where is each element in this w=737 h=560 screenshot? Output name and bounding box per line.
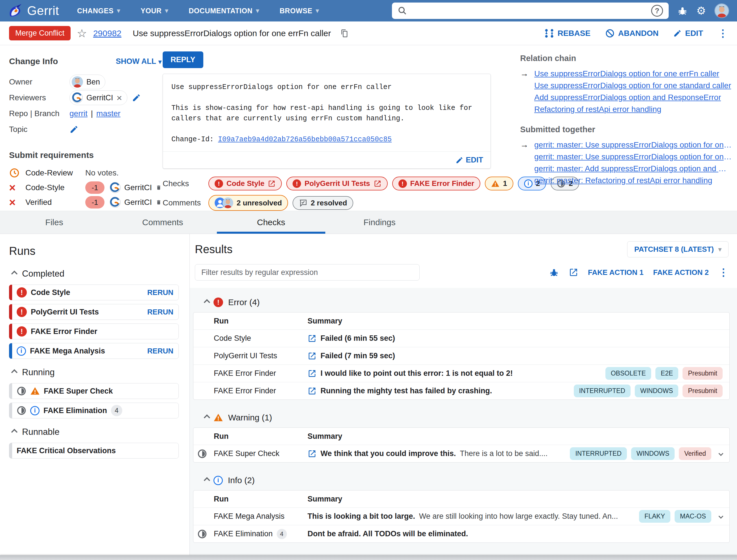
fake-action-1-button[interactable]: FAKE ACTION 1 <box>588 268 643 277</box>
section-header-error[interactable]: Error (4) <box>193 298 730 307</box>
delete-vote-icon[interactable] <box>156 183 162 192</box>
run-card-code-style[interactable]: Code Style RERUN <box>9 285 179 300</box>
gerrit-logo[interactable]: Gerrit <box>8 3 59 18</box>
remove-reviewer-icon[interactable] <box>117 93 122 103</box>
runs-panel: Runs Completed Code Style RERUN PolyGerr… <box>0 234 190 560</box>
change-id-line: Change-Id: I09a7aeb9a4d02ab726a56bebb00a… <box>171 134 482 145</box>
nav-menu-changes[interactable]: CHANGES <box>77 7 120 15</box>
more-menu-icon[interactable] <box>718 27 728 39</box>
edit-button[interactable]: EDIT <box>673 29 703 38</box>
reply-button[interactable]: REPLY <box>163 51 203 68</box>
tab-findings[interactable]: Findings <box>325 211 434 234</box>
runs-section-runnable[interactable]: Runnable <box>9 427 179 437</box>
nav-menu-your[interactable]: YOUR <box>141 7 168 15</box>
result-row[interactable]: FAKE Error Finder I would like to point … <box>194 364 729 382</box>
nav-menu-documentation[interactable]: DOCUMENTATION <box>189 7 259 15</box>
external-link-icon[interactable] <box>308 387 317 396</box>
result-row[interactable]: FAKE Elimination 4 Dont be afraid. All T… <box>194 525 729 542</box>
run-card-fake-elimination[interactable]: FAKE Elimination 4 <box>9 403 179 418</box>
result-row[interactable]: Code Style Failed (6 min 55 sec) <box>194 329 729 347</box>
check-chip-fake-error-finder[interactable]: FAKE Error Finder <box>392 177 480 190</box>
star-icon[interactable] <box>77 27 87 40</box>
resolved-comments-chip[interactable]: 2 resolved <box>293 196 353 210</box>
check-chip-code-style[interactable]: Code Style <box>208 177 282 190</box>
run-name: FAKE Elimination <box>44 406 107 415</box>
copy-icon[interactable] <box>340 29 349 38</box>
help-icon[interactable] <box>651 5 663 17</box>
external-link-icon[interactable] <box>308 334 317 343</box>
rerun-button[interactable]: RERUN <box>147 308 173 316</box>
fake-action-2-button[interactable]: FAKE ACTION 2 <box>653 268 709 277</box>
relation-chain-link[interactable]: Use suppressErrorDialogs option for one … <box>534 68 719 80</box>
section-header-info[interactable]: Info (2) <box>193 476 730 485</box>
repo-link[interactable]: gerrit <box>69 109 88 118</box>
result-row[interactable]: FAKE Super Check We think that you could… <box>194 445 729 462</box>
commit-message: Use suppressErrorDialogs option for one … <box>163 74 490 151</box>
expand-row-icon[interactable] <box>719 449 723 458</box>
result-row[interactable]: PolyGerrit UI Tests Failed (7 min 59 sec… <box>194 347 729 364</box>
external-link-icon[interactable] <box>308 351 317 361</box>
repo-branch-row: Repo | Branch gerrit | master <box>9 106 162 121</box>
run-card-polygerrit-ui-tests[interactable]: PolyGerrit UI Tests RERUN <box>9 304 179 320</box>
submitted-together-link[interactable]: gerrit: master: Use suppressErrorDialogs… <box>534 139 732 151</box>
error-icon <box>215 179 223 188</box>
result-row[interactable]: FAKE Mega Analysis This is looking a bit… <box>194 507 729 525</box>
external-link-icon[interactable] <box>569 268 578 277</box>
abandon-button[interactable]: ABANDON <box>605 29 658 38</box>
filter-results-input[interactable] <box>195 264 419 281</box>
avatar[interactable] <box>714 3 729 18</box>
relation-chain-link[interactable]: Refactoring of restApi error handling <box>534 103 661 115</box>
reviewers-label: Reviewers <box>9 93 69 102</box>
run-card-fake-error-finder[interactable]: FAKE Error Finder <box>9 324 179 339</box>
fail-x-icon <box>9 197 16 208</box>
result-summary: Failed (6 min 55 sec) <box>321 334 395 343</box>
run-card-fake-super-check[interactable]: FAKE Super Check <box>9 383 179 399</box>
tab-checks[interactable]: Checks <box>217 211 325 234</box>
nav-menu-browse[interactable]: BROWSE <box>280 7 319 15</box>
edit-commit-message-button[interactable]: EDIT <box>455 156 483 164</box>
bug-report-icon[interactable] <box>677 5 688 16</box>
section-header-warning[interactable]: Warning (1) <box>193 413 730 422</box>
delete-vote-icon[interactable] <box>156 198 162 207</box>
warning-count-chip[interactable]: 1 <box>485 177 513 190</box>
relation-chain-link[interactable]: Use suppressErrorDialogs option for one … <box>534 80 731 92</box>
rebase-button[interactable]: REBASE <box>544 29 590 38</box>
more-menu-icon[interactable] <box>718 266 729 278</box>
relation-chain-link[interactable]: Add suppressErrorDialogs option and Resp… <box>534 92 721 103</box>
requirement-label: Code-Review <box>25 168 85 177</box>
result-run-name: FAKE Error Finder <box>214 369 308 378</box>
runs-section-completed[interactable]: Completed <box>9 269 179 279</box>
submitted-together-link[interactable]: gerrit: master: Refactoring of restApi e… <box>534 175 712 186</box>
tab-files[interactable]: Files <box>0 211 108 234</box>
search-input[interactable] <box>412 6 647 15</box>
rerun-button[interactable]: RERUN <box>147 347 173 355</box>
reviewer-chip[interactable]: GerritCI <box>69 90 127 105</box>
branch-link[interactable]: master <box>96 109 121 118</box>
repo-branch-label: Repo | Branch <box>9 109 69 118</box>
external-link-icon[interactable] <box>308 449 317 458</box>
edit-reviewers-icon[interactable] <box>132 93 141 102</box>
unresolved-comments-chip[interactable]: 2 unresolved <box>208 195 288 211</box>
expand-row-icon[interactable] <box>719 512 723 521</box>
owner-chip[interactable]: Ben <box>69 75 105 89</box>
runs-section-running[interactable]: Running <box>9 367 179 377</box>
relation-chain-item: Add suppressErrorDialogs option and Resp… <box>520 92 734 103</box>
check-chip-polygerrit-ui-tests[interactable]: PolyGerrit UI Tests <box>286 177 387 190</box>
show-all-button[interactable]: SHOW ALL <box>116 57 162 66</box>
patchset-selector[interactable]: PATCHSET 8 (LATEST) <box>627 241 729 257</box>
topic-row: Topic <box>9 121 162 137</box>
result-row[interactable]: FAKE Error Finder Running the mighty tes… <box>194 382 729 400</box>
gear-icon[interactable] <box>696 5 706 17</box>
submitted-together-link[interactable]: gerrit: master: Add suppressErrorDialogs… <box>534 163 732 175</box>
change-id-link[interactable]: I09a7aeb9a4d02ab726a56bebb00a571cca050c8… <box>218 135 391 144</box>
rerun-button[interactable]: RERUN <box>147 288 173 297</box>
external-link-icon[interactable] <box>308 369 317 378</box>
requirement-row-code-style: Code-Style -1 GerritCI <box>9 180 162 195</box>
submitted-together-link[interactable]: gerrit: master: Use suppressErrorDialogs… <box>534 151 732 163</box>
run-card-fake-critical-observations[interactable]: FAKE Critical Observations <box>9 443 179 459</box>
run-card-fake-mega-analysis[interactable]: FAKE Mega Analysis RERUN <box>9 343 179 359</box>
bug-report-icon[interactable] <box>549 267 559 277</box>
edit-topic-icon[interactable] <box>69 125 79 134</box>
change-number-link[interactable]: 290982 <box>93 29 121 38</box>
tab-comments[interactable]: Comments <box>108 211 217 234</box>
